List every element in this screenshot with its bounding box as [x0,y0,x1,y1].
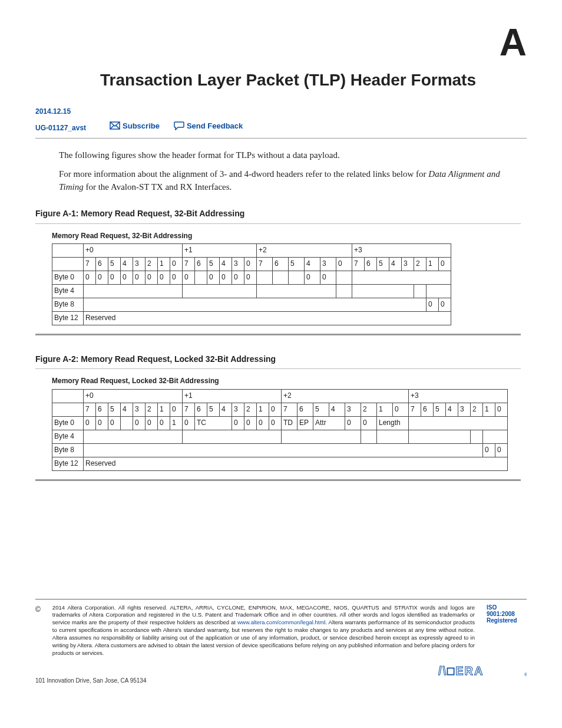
header-rule [35,138,527,139]
svg-text:®: ® [524,673,527,677]
figure-a1-caption: Memory Read Request, 32-Bit Addressing [52,231,521,241]
tlp-table-2: +0 +1 +2 +3 76543210 76543210 76543210 7… [52,389,508,471]
figure-a1-label: Figure A-1: Memory Read Request, 32-Bit … [35,207,521,219]
address: 101 Innovation Drive, San Jose, CA 95134 [35,677,146,684]
iso-badge: ISO 9001:2008 Registered [487,604,527,624]
figure-a2-label: Figure A-2: Memory Read Request, Locked … [35,353,521,365]
figure-a2-caption: Memory Read Request, Locked 32-Bit Addre… [52,376,521,386]
envelope-icon [110,121,120,130]
speech-bubble-icon [174,121,184,130]
intro-2: For more information about the alignment… [59,168,521,194]
date: 2014.12.15 [35,107,527,116]
intro-1: The following figures show the header fo… [59,149,521,162]
page-title: Transaction Layer Packet (TLP) Header Fo… [100,71,476,90]
appendix-letter: A [500,24,527,61]
subscribe-link[interactable]: Subscribe [110,121,160,130]
ug-code: UG-01127_avst [35,124,86,132]
svg-text:/\□ERA: /\□ERA [438,664,484,677]
tlp-table-1: +0 +1 +2 +3 76543210 765430 765430 76543… [52,243,451,325]
feedback-link[interactable]: Send Feedback [174,121,243,130]
altera-logo: /\□ERA ® [438,660,527,684]
legal-link[interactable]: www.altera.com/common/legal.html [237,619,325,625]
legal-text: 2014 Altera Corporation. All rights rese… [52,604,475,657]
footer: © 2014 Altera Corporation. All rights re… [35,599,527,657]
